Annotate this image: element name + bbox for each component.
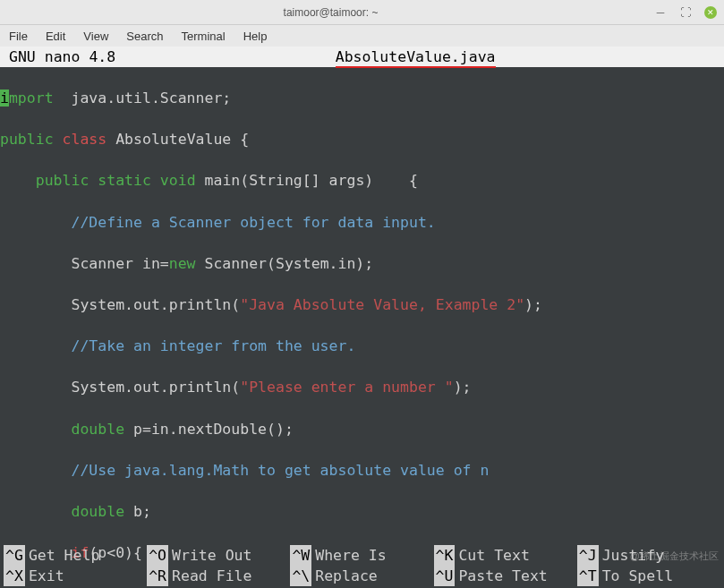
shortcut-writeout[interactable]: ^OWrite Out [147,545,290,566]
nano-header: GNU nano 4.8 AbsoluteValue.java [0,47,724,67]
close-button[interactable]: ✕ [704,6,717,19]
code-editor[interactable]: import java.util.Scanner; public class A… [0,67,724,588]
titlebar: taimoor@taimoor: ~ ─ ⛶ ✕ [0,0,724,25]
nano-filename: AbsoluteValue.java [115,47,715,67]
menu-view[interactable]: View [83,30,108,43]
minimize-button[interactable]: ─ [654,6,667,19]
shortcut-paste[interactable]: ^UPaste Text [434,566,577,586]
shortcut-readfile[interactable]: ^RRead File [147,566,290,586]
maximize-button[interactable]: ⛶ [679,6,692,19]
shortcut-replace[interactable]: ^\Replace [290,566,433,586]
shortcut-exit[interactable]: ^XExit [4,566,147,586]
menu-search[interactable]: Search [126,30,163,43]
terminal[interactable]: GNU nano 4.8 AbsoluteValue.java import j… [0,47,724,588]
window-controls: ─ ⛶ ✕ [654,6,717,19]
menu-file[interactable]: File [9,30,28,43]
menu-edit[interactable]: Edit [46,30,65,43]
nano-shortcuts: ^GGet Help ^OWrite Out ^WWhere Is ^KCut … [0,543,724,588]
shortcut-help[interactable]: ^GGet Help [4,545,147,566]
shortcut-cut[interactable]: ^KCut Text [434,545,577,566]
window-title: taimoor@taimoor: ~ [7,6,654,19]
nano-app-name: GNU nano 4.8 [9,47,115,67]
menu-terminal[interactable]: Terminal [182,30,226,43]
shortcut-justify[interactable]: ^JJustify [577,545,720,566]
shortcut-spell[interactable]: ^TTo Spell [577,566,720,586]
menubar: File Edit View Search Terminal Help [0,25,724,47]
cursor: i [0,89,9,107]
menu-help[interactable]: Help [243,30,268,43]
shortcut-whereis[interactable]: ^WWhere Is [290,545,433,566]
